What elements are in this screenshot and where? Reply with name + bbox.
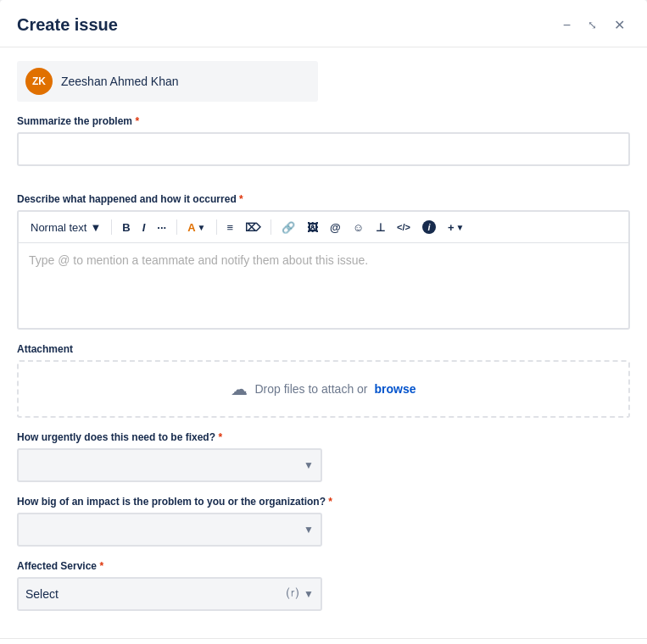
urgency-select[interactable]: Critical High Medium Low xyxy=(17,448,322,482)
expand-icon: ⤡ xyxy=(588,19,597,31)
table-button[interactable]: ⊥ xyxy=(371,218,390,237)
describe-field-group: Describe what happened and how it occurr… xyxy=(17,193,630,330)
summarize-label: Summarize the problem * xyxy=(17,115,630,127)
text-format-button[interactable]: Normal text ▼ xyxy=(25,218,106,237)
more-format-button[interactable]: ··· xyxy=(152,218,171,237)
summarize-input[interactable] xyxy=(17,132,630,166)
bullet-list-icon: ≡ xyxy=(227,221,234,234)
ordered-list-button[interactable]: ⌦ xyxy=(240,218,265,237)
upload-icon: ☁ xyxy=(231,379,248,399)
expand-button[interactable]: ⤡ xyxy=(583,15,602,35)
minimize-icon: − xyxy=(563,18,571,33)
table-icon: ⊥ xyxy=(376,221,385,234)
urgency-select-wrapper: Critical High Medium Low ▼ xyxy=(17,448,322,482)
header-actions: − ⤡ ✕ xyxy=(558,14,630,36)
required-marker-4: * xyxy=(328,496,332,508)
affected-service-label: Affected Service * xyxy=(17,560,630,572)
image-icon: 🖼 xyxy=(307,221,318,234)
user-name: Zeeshan Ahmed Khan xyxy=(61,75,179,88)
editor-toolbar: Normal text ▼ B I ··· A xyxy=(19,212,628,243)
chevron-icon: ▼ xyxy=(198,223,206,232)
impact-field-group: How big of an impact is the problem to y… xyxy=(17,496,630,547)
affected-service-wrapper[interactable]: Select ⒭ ▼ xyxy=(17,577,322,611)
user-selector[interactable]: ZK Zeeshan Ahmed Khan xyxy=(17,61,318,102)
modal-footer: Create another issue Cancel Create xyxy=(0,638,647,644)
drop-zone[interactable]: ☁ Drop files to attach or browse xyxy=(17,360,630,418)
toolbar-separator-1 xyxy=(111,219,112,235)
affected-service-placeholder: Select xyxy=(25,587,285,601)
affected-service-field-group: Affected Service * Select ⒭ ▼ xyxy=(17,560,630,611)
emoji-button[interactable]: ☺ xyxy=(348,218,369,237)
chevron-down-icon: ▼ xyxy=(90,221,101,234)
modal-body: ZK Zeeshan Ahmed Khan Summarize the prob… xyxy=(0,47,647,638)
text-color-icon: A xyxy=(187,221,195,234)
editor-content[interactable]: Type @ to mention a teammate and notify … xyxy=(19,243,628,328)
italic-button[interactable]: I xyxy=(137,218,151,237)
clear-button[interactable]: ⒭ xyxy=(285,585,300,603)
drop-text: Drop files to attach or xyxy=(254,382,367,396)
attachment-label: Attachment xyxy=(17,343,630,355)
text-color-button[interactable]: A ▼ xyxy=(182,218,210,237)
emoji-icon: ☺ xyxy=(353,221,364,234)
urgency-field-group: How urgently does this need to be fixed?… xyxy=(17,431,630,482)
urgency-label: How urgently does this need to be fixed?… xyxy=(17,431,630,443)
info-icon: i xyxy=(422,220,436,234)
bullet-list-button[interactable]: ≡ xyxy=(222,218,239,237)
code-button[interactable]: </> xyxy=(392,219,416,236)
attachment-section: Attachment ☁ Drop files to attach or bro… xyxy=(17,343,630,418)
describe-label: Describe what happened and how it occurr… xyxy=(17,193,630,205)
italic-icon: I xyxy=(142,221,146,234)
minimize-button[interactable]: − xyxy=(558,14,576,36)
modal-header: Create issue − ⤡ ✕ xyxy=(0,0,647,47)
browse-link[interactable]: browse xyxy=(375,382,416,396)
chevron-down-icon-5: ▼ xyxy=(304,588,314,600)
editor-placeholder: Type @ to mention a teammate and notify … xyxy=(29,253,368,267)
toolbar-separator-2 xyxy=(176,219,177,235)
summarize-field-group: Summarize the problem * xyxy=(17,115,630,180)
impact-select[interactable]: Extensive Significant Moderate Minor xyxy=(17,513,322,547)
avatar: ZK xyxy=(25,68,53,95)
toolbar-separator-4 xyxy=(271,219,271,235)
required-marker-2: * xyxy=(239,193,243,205)
mention-button[interactable]: @ xyxy=(325,218,346,237)
link-icon: 🔗 xyxy=(282,221,295,234)
code-icon: </> xyxy=(397,222,410,232)
required-marker: * xyxy=(135,115,139,127)
close-button[interactable]: ✕ xyxy=(609,14,630,36)
link-button[interactable]: 🔗 xyxy=(276,218,300,237)
bold-button[interactable]: B xyxy=(117,218,135,237)
impact-label: How big of an impact is the problem to y… xyxy=(17,496,630,508)
toolbar-separator-3 xyxy=(216,219,217,235)
rich-text-editor: Normal text ▼ B I ··· A xyxy=(17,210,630,330)
at-icon: @ xyxy=(330,221,341,234)
plus-icon: + xyxy=(448,221,455,234)
ordered-list-icon: ⌦ xyxy=(245,221,260,234)
create-issue-modal: Create issue − ⤡ ✕ ZK Zeeshan Ahmed Khan… xyxy=(0,0,647,644)
required-marker-5: * xyxy=(99,560,103,572)
required-marker-3: * xyxy=(218,431,222,443)
bold-icon: B xyxy=(122,221,130,234)
impact-select-wrapper: Extensive Significant Moderate Minor ▼ xyxy=(17,513,322,547)
close-icon: ✕ xyxy=(614,17,625,33)
text-format-label: Normal text xyxy=(31,221,86,234)
info-button[interactable]: i xyxy=(417,217,441,237)
chevron-down-icon-2: ▼ xyxy=(456,223,465,232)
more-icon: ··· xyxy=(157,221,166,234)
image-button[interactable]: 🖼 xyxy=(302,218,323,237)
more-tools-button[interactable]: + ▼ xyxy=(443,218,470,237)
modal-title: Create issue xyxy=(17,15,118,35)
